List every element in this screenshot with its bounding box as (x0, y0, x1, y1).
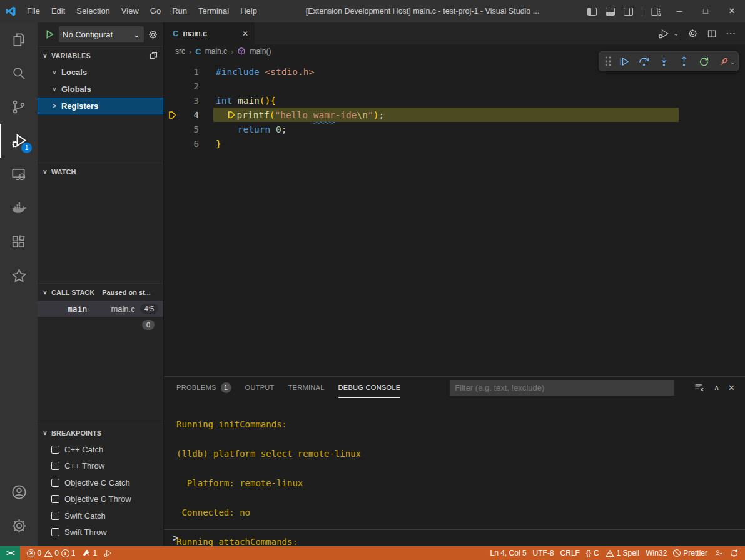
breakpoint-cpp-throw[interactable]: C++ Throw (38, 458, 163, 475)
stack-frame-row[interactable]: main main.c 4:5 (38, 301, 163, 317)
tab-output[interactable]: OUTPUT (245, 377, 275, 398)
close-tab-icon[interactable]: ✕ (242, 29, 248, 38)
tab-main-c[interactable]: C main.c ✕ (164, 22, 255, 44)
breakpoints-header[interactable]: ∨ BREAKPOINTS (38, 424, 163, 441)
breakpoint-swift-throw[interactable]: Swift Throw (38, 524, 163, 541)
debug-console-output[interactable]: Running initCommands: (lldb) platform se… (164, 398, 745, 546)
tab-debug-console[interactable]: DEBUG CONSOLE (338, 377, 401, 398)
watch-header[interactable]: ∨ WATCH (38, 163, 163, 180)
checkbox[interactable] (51, 479, 59, 487)
continue-button[interactable] (616, 53, 633, 69)
tab-terminal[interactable]: TERMINAL (288, 377, 325, 398)
breakpoint-swift-catch[interactable]: Swift Catch (38, 508, 163, 524)
code-line-6[interactable]: 6 } (164, 136, 745, 151)
eol-indicator[interactable]: CRLF (557, 546, 583, 560)
problems-status-item[interactable]: ✕ 0 0 i 1 (24, 546, 78, 560)
maximize-panel-icon[interactable]: ∧ (714, 383, 719, 392)
breadcrumb-symbol[interactable]: main() (250, 47, 271, 56)
account-icon (11, 484, 28, 501)
toggle-sidebar-icon[interactable] (587, 8, 597, 16)
breakpoint-cpp-catch[interactable]: C++ Catch (38, 441, 163, 458)
variables-header[interactable]: ∨ VARIABLES (38, 47, 163, 64)
call-stack-header[interactable]: ∨ CALL STACK Paused on st... (38, 284, 163, 301)
step-over-button[interactable] (636, 53, 653, 69)
gutter[interactable] (164, 110, 180, 120)
menu-help[interactable]: Help (235, 0, 263, 22)
start-debug-icon[interactable] (44, 29, 55, 40)
tools-status-item[interactable]: 1 (79, 546, 101, 560)
token-paren: ( (270, 110, 275, 120)
platform-target[interactable]: Win32 (642, 546, 670, 560)
checkbox[interactable] (51, 528, 59, 536)
checkbox[interactable] (51, 512, 59, 520)
drag-grip-icon[interactable] (603, 54, 613, 68)
menu-terminal[interactable]: Terminal (193, 0, 235, 22)
toggle-secondary-sidebar-icon[interactable] (624, 8, 633, 16)
variables-scope-locals[interactable]: ∨ Locals (38, 64, 163, 81)
activitybar-settings[interactable] (0, 509, 38, 542)
console-filter-input[interactable] (450, 380, 674, 396)
menu-view[interactable]: View (116, 0, 144, 22)
code-line-3[interactable]: 3 int main(){ (164, 93, 745, 108)
debug-settings-gear-icon[interactable] (148, 29, 158, 40)
code-line-2[interactable]: 2 (164, 79, 745, 93)
menu-go[interactable]: Go (144, 0, 166, 22)
run-or-debug-icon[interactable] (657, 28, 670, 40)
code-line-5[interactable]: 5 return 0; (164, 122, 745, 136)
breadcrumb-file[interactable]: main.c (205, 47, 227, 56)
menu-edit[interactable]: Edit (46, 0, 71, 22)
encoding-indicator[interactable]: UTF-8 (530, 546, 557, 560)
activitybar-search[interactable] (0, 56, 38, 90)
step-out-button[interactable] (676, 53, 693, 69)
minimize-button[interactable]: ─ (666, 0, 692, 22)
debug-status-item[interactable] (100, 546, 116, 560)
menu-run[interactable]: Run (166, 0, 193, 22)
code-editor[interactable]: ⌄ 1 #include <stdio.h> 2 3 int main(){ (164, 58, 745, 376)
step-into-button[interactable] (656, 53, 673, 69)
activitybar-remote-explorer[interactable] (0, 158, 38, 191)
customize-layout-icon[interactable] (651, 7, 661, 16)
code-line-4-current[interactable]: 4 printf("hello wamr-ide\n"); (164, 108, 745, 122)
clear-console-icon[interactable] (694, 382, 705, 393)
split-editor-icon[interactable] (707, 29, 717, 39)
breakpoint-objc-throw[interactable]: Objective C Throw (38, 491, 163, 508)
restart-button[interactable] (696, 53, 713, 69)
tab-problems[interactable]: PROBLEMS 1 (176, 377, 231, 398)
activitybar-docker[interactable] (0, 191, 38, 225)
activitybar-accounts[interactable] (0, 475, 38, 509)
chevron-down-icon[interactable]: ⌄ (674, 30, 679, 37)
breakpoint-objc-catch[interactable]: Objective C Catch (38, 474, 163, 491)
toggle-panel-icon[interactable] (606, 8, 615, 16)
checkbox[interactable] (51, 462, 59, 470)
feedback-item[interactable] (711, 546, 726, 560)
language-mode[interactable]: {} C (583, 546, 602, 560)
variables-scope-globals[interactable]: ∨ Globals (38, 81, 163, 98)
checkbox[interactable] (51, 446, 59, 454)
remote-indicator[interactable]: >< (0, 546, 20, 560)
checkbox[interactable] (51, 495, 59, 503)
remote-explorer-icon (11, 166, 27, 182)
activitybar-extensions[interactable] (0, 225, 38, 259)
maximize-button[interactable]: □ (692, 0, 719, 22)
breadcrumb-src[interactable]: src (175, 47, 185, 56)
activitybar-source-control[interactable] (0, 90, 38, 124)
braces-icon: {} (586, 549, 591, 558)
notifications-item[interactable] (726, 546, 745, 560)
activitybar-explorer[interactable] (0, 22, 38, 56)
formatter-item[interactable]: Prettier (670, 546, 711, 560)
cursor-position[interactable]: Ln 4, Col 5 (487, 546, 530, 560)
debug-configuration-dropdown[interactable]: No Configurat ⌄ (59, 26, 144, 42)
activitybar-run-debug[interactable]: 1 (0, 124, 38, 158)
copy-value-icon[interactable] (149, 51, 158, 60)
menu-selection[interactable]: Selection (71, 0, 115, 22)
more-actions-icon[interactable]: ⋯ (726, 28, 736, 39)
close-window-button[interactable]: ✕ (719, 0, 745, 22)
spell-checker-item[interactable]: 1 Spell (602, 546, 643, 560)
close-panel-icon[interactable]: ✕ (728, 383, 735, 392)
gear-icon[interactable] (687, 28, 698, 39)
chevron-down-icon[interactable]: ⌄ (731, 58, 734, 65)
menu-file[interactable]: File (21, 0, 46, 22)
console-input-row[interactable]: > (164, 529, 745, 546)
variables-scope-registers[interactable]: > Registers (38, 98, 163, 114)
activitybar-extension-star[interactable] (0, 259, 38, 292)
